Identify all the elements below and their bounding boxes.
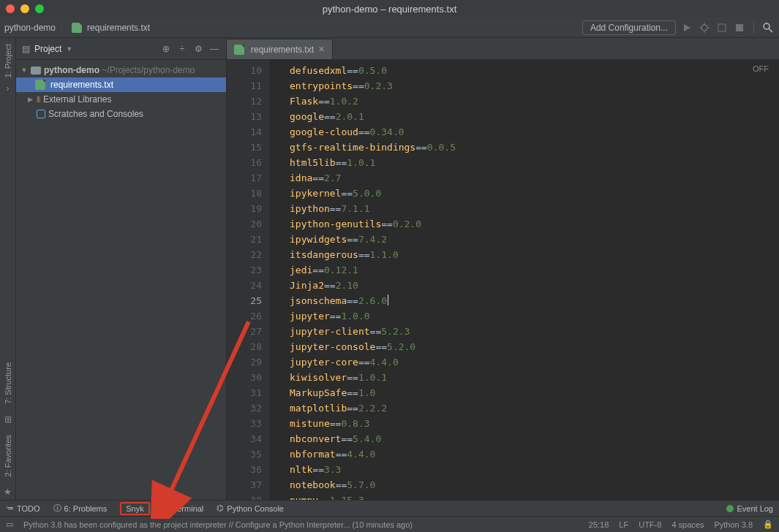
list-icon: ≔ bbox=[6, 503, 14, 513]
star-icon: ★ bbox=[4, 487, 12, 497]
add-configuration-button[interactable]: Add Configuration... bbox=[582, 20, 676, 35]
snyk-tool-button[interactable]: Snyk bbox=[120, 502, 149, 515]
window-titlebar: python-demo – requirements.txt bbox=[0, 0, 779, 18]
svg-rect-6 bbox=[736, 24, 743, 31]
left-tool-gutter: 1: Project › 7: Structure ⊞ 2: Favorites… bbox=[0, 38, 16, 500]
close-window-button[interactable] bbox=[6, 4, 15, 13]
expand-all-icon[interactable]: ÷ bbox=[176, 43, 188, 55]
project-header-label[interactable]: Project bbox=[34, 44, 61, 54]
chevron-down-icon[interactable]: ▼ bbox=[66, 45, 72, 53]
chevron-down-icon[interactable]: ▼ bbox=[20, 66, 28, 74]
structure-tool-button[interactable]: 7: Structure bbox=[4, 360, 12, 407]
scratches-node[interactable]: Scratches and Consoles bbox=[16, 107, 226, 121]
editor-area: requirements.txt ✕ OFF 10111213141516171… bbox=[227, 38, 779, 500]
code-editor[interactable]: OFF 101112131415161718192021222324252627… bbox=[227, 60, 779, 500]
tab-requirements[interactable]: requirements.txt ✕ bbox=[227, 39, 333, 59]
separator bbox=[753, 22, 754, 34]
line-number-gutter: 1011121314151617181920212223242526272829… bbox=[227, 60, 269, 500]
bottom-tool-bar: ≔TODO ⓘ6: Problems Snyk ▣Terminal ⌬Pytho… bbox=[0, 500, 779, 516]
file-icon bbox=[35, 80, 45, 90]
chevron-right-icon bbox=[59, 22, 69, 33]
editor-tabs: requirements.txt ✕ bbox=[227, 38, 779, 60]
breadcrumb[interactable]: python-demo requirements.txt bbox=[4, 22, 582, 33]
project-sidebar: ▤ Project ▼ ⊕ ÷ ⚙ — ▼ python-demo ~/Proj… bbox=[16, 38, 227, 500]
terminal-icon: ▣ bbox=[163, 503, 170, 513]
file-icon bbox=[72, 23, 82, 33]
zoom-window-button[interactable] bbox=[35, 4, 44, 13]
chevron-right-icon[interactable]: ▶ bbox=[26, 96, 34, 103]
svg-rect-5 bbox=[718, 24, 726, 31]
external-libraries-label: External Libraries bbox=[43, 94, 111, 104]
gear-icon[interactable]: ⚙ bbox=[192, 43, 204, 55]
problems-tool-button[interactable]: ⓘ6: Problems bbox=[53, 503, 108, 514]
project-root-label: python-demo bbox=[44, 65, 99, 75]
code-content[interactable]: defusedxml==0.5.0entrypoints==0.2.3Flask… bbox=[269, 60, 779, 500]
coverage-icon[interactable] bbox=[715, 21, 729, 34]
project-view-icon: ▤ bbox=[22, 44, 30, 54]
svg-point-7 bbox=[764, 23, 769, 29]
todo-tool-button[interactable]: ≔TODO bbox=[6, 503, 40, 513]
minimize-window-button[interactable] bbox=[20, 4, 29, 13]
scratch-icon bbox=[37, 110, 45, 118]
structure-icon: ⊞ bbox=[4, 414, 12, 425]
status-message[interactable]: Python 3.8 has been configured as the pr… bbox=[23, 520, 413, 529]
line-separator[interactable]: LF bbox=[619, 520, 628, 529]
svg-point-0 bbox=[701, 25, 707, 31]
lock-icon[interactable]: 🔒 bbox=[763, 520, 773, 529]
status-bar: ▭ Python 3.8 has been configured as the … bbox=[0, 516, 779, 532]
window-title: python-demo – requirements.txt bbox=[0, 4, 779, 15]
scratches-label: Scratches and Consoles bbox=[48, 109, 143, 119]
tool-windows-icon[interactable]: ▭ bbox=[6, 520, 13, 529]
folder-icon bbox=[31, 66, 41, 75]
stop-icon[interactable] bbox=[733, 21, 746, 34]
external-libraries-node[interactable]: ▶ ⫴ External Libraries bbox=[16, 92, 226, 107]
project-header: ▤ Project ▼ ⊕ ÷ ⚙ — bbox=[16, 38, 226, 60]
project-tool-button[interactable]: 1: Project bbox=[4, 41, 12, 80]
run-icon[interactable] bbox=[680, 21, 693, 34]
search-icon[interactable] bbox=[761, 21, 775, 34]
info-icon: ⓘ bbox=[53, 503, 61, 514]
close-tab-icon[interactable]: ✕ bbox=[318, 45, 325, 54]
python-icon: ⌬ bbox=[217, 503, 224, 513]
python-console-tool-button[interactable]: ⌬Python Console bbox=[217, 503, 284, 513]
project-tree[interactable]: ▼ python-demo ~/Projects/python-demo req… bbox=[16, 60, 226, 124]
indent-setting[interactable]: 4 spaces bbox=[671, 520, 704, 529]
tree-file-requirements[interactable]: requirements.txt bbox=[16, 77, 226, 92]
inspection-off-label[interactable]: OFF bbox=[753, 64, 769, 73]
project-root-path: ~/Projects/python-demo bbox=[102, 65, 195, 75]
library-icon: ⫴ bbox=[37, 94, 40, 104]
breadcrumb-project[interactable]: python-demo bbox=[4, 23, 56, 33]
cursor-position[interactable]: 25:18 bbox=[589, 520, 609, 529]
favorites-tool-button[interactable]: 2: Favorites bbox=[4, 432, 12, 479]
file-icon bbox=[234, 45, 244, 55]
project-root-node[interactable]: ▼ python-demo ~/Projects/python-demo bbox=[16, 63, 226, 77]
hide-icon[interactable]: — bbox=[208, 43, 220, 55]
terminal-tool-button[interactable]: ▣Terminal bbox=[163, 503, 204, 513]
breadcrumb-file[interactable]: requirements.txt bbox=[87, 23, 150, 33]
event-log-button[interactable]: Event Log bbox=[726, 504, 773, 513]
file-encoding[interactable]: UTF-8 bbox=[639, 520, 661, 529]
python-interpreter[interactable]: Python 3.8 bbox=[714, 520, 753, 529]
debug-icon[interactable] bbox=[698, 21, 711, 34]
notification-dot-icon bbox=[726, 505, 734, 512]
navigation-bar: python-demo requirements.txt Add Configu… bbox=[0, 18, 779, 38]
select-opened-file-icon[interactable]: ⊕ bbox=[160, 43, 172, 55]
tab-label: requirements.txt bbox=[251, 45, 314, 55]
tree-file-label: requirements.txt bbox=[50, 80, 113, 90]
svg-line-8 bbox=[769, 28, 772, 32]
chevron-right-icon[interactable]: › bbox=[4, 83, 12, 94]
